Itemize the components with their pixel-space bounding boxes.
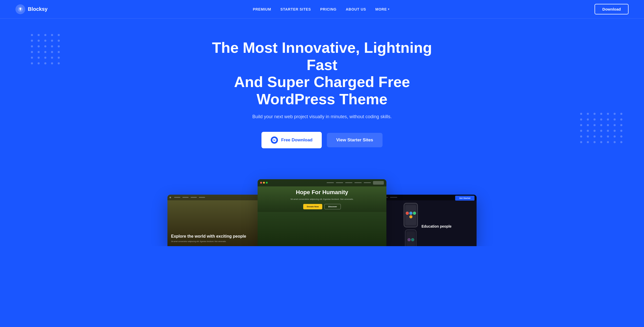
card-dot-red (260, 182, 262, 184)
card-main-nav-item (345, 182, 352, 183)
preview-cards-container: Explore the world with exciting people S… (0, 179, 644, 246)
card-left-title: Explore the world with exciting people (171, 234, 262, 239)
card-main-nav (258, 179, 386, 186)
nav-item-starter-sites[interactable]: STARTER SITES (281, 7, 311, 11)
card-nav-item (191, 197, 197, 198)
brand-name: Blocksy (28, 6, 48, 12)
card-main-title: Hope For Humanity (296, 189, 348, 196)
preview-card-right[interactable]: Get Started (379, 195, 477, 246)
brand-logo-icon (15, 4, 25, 14)
view-starter-sites-button[interactable]: View Starter Sites (327, 133, 382, 147)
card-main-buttons: Donate Now Discover (303, 204, 341, 209)
svg-text:W: W (273, 139, 276, 142)
card-nav-item (182, 197, 189, 198)
card-right-cta-button[interactable]: Get Started (455, 196, 474, 201)
card-main-body: Hope For Humanity Sit amet consectetur a… (258, 186, 386, 212)
card-main-nav-item (354, 182, 362, 183)
card-discover-button[interactable]: Discover (324, 204, 341, 209)
phone-screen-2 (406, 231, 415, 246)
nav-item-pricing[interactable]: PRICING (320, 7, 336, 11)
card-main-text: Sit amet consectetur adipiscing elit. Eg… (290, 198, 353, 201)
hero-section: The Most Innovative, Lightning Fast And … (0, 19, 644, 164)
nav-item-about-us[interactable]: ABOUT US (346, 7, 366, 11)
card-right-nav-item (390, 197, 397, 198)
phone-mockup-2 (405, 229, 417, 246)
card-right-nav-container: Get Started (379, 195, 477, 200)
hero-subtitle: Build your next web project visually in … (252, 114, 392, 119)
card-main-nav-item (336, 182, 343, 183)
card-main-nav-item (364, 182, 371, 183)
card-dot-green (266, 182, 268, 184)
card-dot (170, 197, 171, 198)
nav-download-button[interactable]: Download (595, 4, 629, 14)
card-left-nav (167, 195, 265, 200)
card-right-title: Education people (421, 224, 452, 229)
decorative-dots-left (31, 34, 61, 64)
card-left-subtext: Sit amet consectetur adipiscing elit. Eg… (171, 240, 262, 243)
preview-section: Explore the world with exciting people S… (0, 164, 644, 246)
preview-card-left[interactable]: Explore the world with exciting people S… (167, 195, 265, 246)
nav-links: PREMIUM STARTER SITES PRICING ABOUT US M… (253, 7, 389, 12)
card-right-nav: Get Started (379, 195, 477, 200)
phone-screen (405, 205, 416, 225)
card-main-nav-btn (373, 181, 384, 185)
card-dot-yellow (263, 182, 265, 184)
nav-item-premium[interactable]: PREMIUM (253, 7, 271, 11)
hero-title: The Most Innovative, Lightning Fast And … (211, 39, 433, 108)
nav-item-more[interactable]: MORE ▾ (375, 7, 389, 11)
card-main-nav-item (327, 182, 334, 183)
hero-buttons: W Free Download View Starter Sites (261, 132, 382, 148)
card-nav-item (174, 197, 180, 198)
wordpress-icon: W (271, 136, 278, 144)
card-nav-item (199, 197, 205, 198)
avatar-cluster-2 (408, 238, 414, 241)
preview-card-main[interactable]: Hope For Humanity Sit amet consectetur a… (258, 179, 386, 246)
card-left-body: Explore the world with exciting people S… (167, 200, 265, 246)
navbar: Blocksy PREMIUM STARTER SITES PRICING AB… (0, 0, 644, 19)
brand-logo-link[interactable]: Blocksy (15, 4, 48, 14)
card-right-body: Education people (379, 200, 477, 246)
free-download-button[interactable]: W Free Download (261, 132, 322, 148)
card-donate-button[interactable]: Donate Now (303, 204, 322, 209)
decorative-dots-right (580, 113, 623, 143)
chevron-down-icon: ▾ (388, 8, 389, 11)
phone-mockup-1 (404, 203, 418, 227)
avatar-cluster (405, 212, 416, 218)
